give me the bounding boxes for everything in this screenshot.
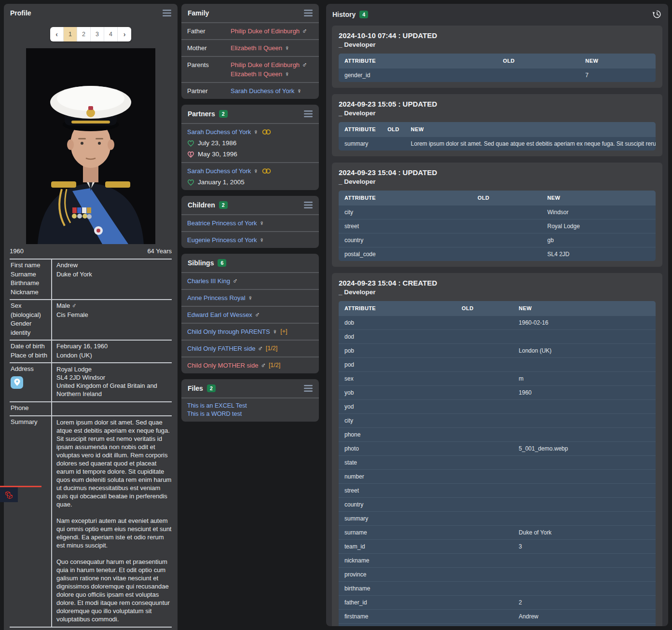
relation-tag: [1/2] <box>266 344 277 353</box>
person-link[interactable]: Elizabeth II Queen <box>231 44 282 52</box>
attribute-cell: summary <box>339 137 382 151</box>
sibling-row: Anne Princess Royal♀ <box>181 289 319 306</box>
pager-next-button[interactable]: › <box>118 27 131 41</box>
old-value-cell <box>456 595 513 609</box>
partners-count-badge: 2 <box>219 110 228 118</box>
pager-page-2[interactable]: 2 <box>77 27 91 41</box>
family-relation-people: Philip Duke of Edinburgh♂ <box>231 27 313 36</box>
female-icon: ♀ <box>297 87 302 95</box>
partner-item: Sarah Duchess of York♀July 23, 1986May 3… <box>181 123 319 162</box>
person-link[interactable]: Anne Princess Royal <box>187 293 246 302</box>
menu-icon[interactable] <box>163 10 171 16</box>
field-label: Place of birth <box>11 351 49 360</box>
person-link[interactable]: Child Only through PARENTS <box>187 327 270 336</box>
attribute-cell: province <box>339 567 456 581</box>
person-link[interactable]: Charles III King <box>187 276 230 286</box>
new-value-cell: Andrew <box>513 609 656 623</box>
history-table-scroll[interactable]: ATTRIBUTEOLDNEWsummaryLorem ipsum dolor … <box>339 122 656 151</box>
attribute-cell: phone <box>339 427 456 441</box>
person-line: Elizabeth II Queen♀ <box>231 69 313 79</box>
old-value-cell <box>456 553 513 567</box>
pager-page-4[interactable]: 4 <box>104 27 118 41</box>
pager-page-3[interactable]: 3 <box>91 27 104 41</box>
history-entry: 2024-09-23 15:04 : UPDATED_ DeveloperATT… <box>332 163 662 267</box>
attribute-cell: city <box>339 205 472 219</box>
files-panel: Files 2 This is an EXCEL TestThis is a W… <box>181 379 319 422</box>
person-link[interactable]: Sarah Duchess of York <box>231 87 294 95</box>
history-row: phone <box>339 427 656 441</box>
person-link[interactable]: Philip Duke of Edinburgh <box>231 27 300 35</box>
menu-icon[interactable] <box>304 10 313 16</box>
old-value-cell <box>456 343 513 357</box>
history-table-wrap: ATTRIBUTEOLDNEWcityWindsorstreetRoyal Lo… <box>339 191 656 261</box>
new-value-cell <box>513 427 656 441</box>
file-link[interactable]: This is a WORD test <box>187 410 313 418</box>
field-value <box>56 279 172 288</box>
menu-icon[interactable] <box>304 110 313 117</box>
field-label: Sex (biological) <box>11 301 49 319</box>
history-row: summaryLorem ipsum dolor sit amet. Sed q… <box>339 137 656 151</box>
person-link[interactable]: Child Only FATHER side <box>187 344 255 353</box>
old-value-cell <box>456 399 513 413</box>
female-icon: ♀ <box>260 219 265 228</box>
history-entry-user: _ Developer <box>339 110 656 117</box>
history-row: country <box>339 497 656 511</box>
field-label: First name <box>11 261 49 270</box>
family-relation-label: Parents <box>187 60 231 79</box>
field-labels: Date of birthPlace of birth <box>10 341 52 362</box>
person-link[interactable]: Philip Duke of Edinburgh <box>231 61 300 68</box>
history-row: number <box>339 469 656 483</box>
old-value-cell <box>456 469 513 483</box>
person-link[interactable]: Eugenie Princess of York <box>187 235 257 245</box>
field-label: Date of birth <box>11 342 49 351</box>
old-value-cell <box>456 609 513 623</box>
pager-prev-button[interactable]: ‹ <box>50 27 64 41</box>
male-icon: ♂ <box>302 61 307 68</box>
column-header: NEW <box>579 54 656 68</box>
field-values: Royal Lodge SL4 2JD Windsor United Kingd… <box>52 363 172 401</box>
field-values: February 16, 1960London (UK) <box>52 341 172 362</box>
field-labels: Address <box>10 363 52 401</box>
old-value-cell <box>382 137 405 151</box>
history-change-table: ATTRIBUTEOLDNEWsummaryLorem ipsum dolor … <box>339 122 656 151</box>
history-row: street <box>339 483 656 497</box>
history-icon[interactable] <box>652 9 662 19</box>
history-entry-user: _ Developer <box>339 178 656 185</box>
column-header: OLD <box>497 54 580 68</box>
person-link[interactable]: Sarah Duchess of York <box>187 127 251 137</box>
female-icon: ♀ <box>285 70 290 78</box>
new-value-cell: 5_001_demo.webp <box>513 441 656 455</box>
person-link[interactable]: Edward Earl of Wessex <box>187 310 252 319</box>
person-link[interactable]: Sarah Duchess of York <box>187 166 251 176</box>
map-pin-icon[interactable] <box>11 376 23 389</box>
column-header: NEW <box>513 301 656 315</box>
person-link[interactable]: Beatrice Princess of York <box>187 219 257 228</box>
menu-icon[interactable] <box>304 385 313 392</box>
attribute-cell: dod <box>339 329 456 343</box>
new-value-cell: Windsor <box>541 205 656 219</box>
family-row: PartnerSarah Duchess of York♀ <box>181 82 319 99</box>
field-value: February 16, 1960 <box>56 342 172 351</box>
profile-photo[interactable] <box>26 48 155 244</box>
new-value-cell: 7 <box>579 68 656 82</box>
new-value-cell: SL4 2JD <box>541 247 656 261</box>
column-header: OLD <box>456 301 513 315</box>
person-link[interactable]: Child Only MOTHER side <box>187 361 258 370</box>
partners-panel: Partners 2 Sarah Duchess of York♀July 23… <box>181 105 319 190</box>
history-row: team_id3 <box>339 539 656 553</box>
old-value-cell <box>456 623 513 626</box>
file-link[interactable]: This is an EXCEL Test <box>187 402 313 410</box>
old-value-cell <box>472 205 542 219</box>
person-link[interactable]: Elizabeth II Queen <box>231 70 282 78</box>
siblings-panel: Siblings 6 Charles III King♂Anne Princes… <box>181 254 319 373</box>
sibling-row: Edward Earl of Wessex♂ <box>181 306 319 323</box>
history-row: postal_codeSL4 2JD <box>339 247 656 261</box>
family-row: FatherPhilip Duke of Edinburgh♂ <box>181 22 319 39</box>
history-row: pobLondon (UK) <box>339 343 656 357</box>
person-line: Elizabeth II Queen♀ <box>231 43 313 53</box>
laravel-debugbar-icon[interactable] <box>0 487 18 502</box>
menu-icon[interactable] <box>304 202 313 208</box>
pager-page-1[interactable]: 1 <box>64 27 77 41</box>
person-line: Philip Duke of Edinburgh♂ <box>231 60 313 69</box>
new-value-cell: Duke of York <box>513 525 656 539</box>
